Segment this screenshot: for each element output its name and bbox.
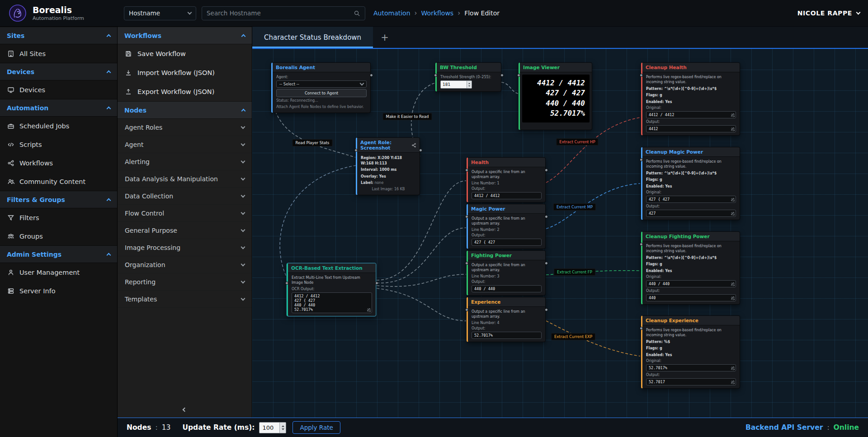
node-image-viewer[interactable]: Image Viewer 4412 / 4412 427 / 427 440 /…	[519, 62, 592, 130]
input-port[interactable]	[285, 282, 288, 285]
save-workflow-button[interactable]: Save Workflow	[118, 44, 252, 63]
sidebar-item-devices[interactable]: Devices	[0, 80, 117, 99]
output-port[interactable]	[545, 215, 548, 218]
edge-threshold-to-viewer[interactable]	[501, 82, 518, 94]
input-port[interactable]	[465, 262, 468, 265]
output-textarea[interactable]: 52.7017	[646, 378, 736, 385]
sidebar-section-devices[interactable]: Devices	[0, 63, 117, 80]
output-port[interactable]	[545, 262, 548, 265]
input-port[interactable]	[640, 158, 643, 161]
input-port[interactable]	[465, 215, 468, 218]
node-health[interactable]: Health Output a specific line from an up…	[467, 157, 546, 202]
edge-ocr-to-fighting[interactable]	[377, 274, 466, 287]
panel-section-nodes[interactable]: Nodes	[118, 101, 252, 119]
import-workflow-button[interactable]: Import Workflow (JSON)	[118, 63, 252, 82]
output-field[interactable]: 440 / 440	[472, 285, 542, 292]
edge-ocr-to-health[interactable]	[377, 181, 466, 280]
output-port[interactable]	[545, 308, 548, 311]
panel-section-workflows[interactable]: Workflows	[118, 27, 252, 44]
sidebar-section-automation[interactable]: Automation	[0, 99, 117, 117]
export-workflow-button[interactable]: Export Workflow (JSON)	[118, 82, 252, 101]
add-tab-button[interactable]: +	[373, 27, 396, 48]
sidebar-item-workflows[interactable]: Workflows	[0, 154, 117, 172]
output-port[interactable]	[375, 282, 378, 285]
output-port[interactable]	[419, 149, 422, 152]
output-textarea[interactable]: 440	[646, 294, 736, 301]
original-textarea[interactable]: 52.7017%	[646, 364, 736, 371]
output-field[interactable]: 4412 / 4412	[472, 192, 542, 199]
node-category-alerting[interactable]: Alerting	[118, 153, 252, 170]
input-port[interactable]	[517, 74, 520, 77]
share-icon[interactable]	[411, 143, 416, 148]
input-port[interactable]	[640, 74, 643, 77]
output-textarea[interactable]: 427	[646, 210, 736, 217]
sidebar-item-scripts[interactable]: Scripts	[0, 135, 117, 154]
node-agent-role-screenshot[interactable]: Agent Role: Screenshot Region: X:200 Y:4…	[356, 137, 420, 195]
input-port[interactable]	[465, 169, 468, 172]
original-textarea[interactable]: 427 { 427	[646, 196, 736, 203]
node-magic-power[interactable]: Magic Power Output a specific line from …	[467, 204, 546, 249]
output-field[interactable]: 427 { 427	[472, 239, 542, 246]
edge-ocr-to-magic[interactable]	[377, 228, 466, 283]
tab-character-status-breakdown[interactable]: Character Status Breakdown	[252, 27, 373, 48]
search-icon[interactable]	[354, 10, 360, 17]
sidebar-section-sites[interactable]: Sites	[0, 27, 117, 44]
spinner-buttons[interactable]	[279, 423, 286, 433]
node-category-reporting[interactable]: Reporting	[118, 273, 252, 291]
node-fighting-power[interactable]: Fighting Power Output a specific line fr…	[467, 250, 546, 296]
user-menu[interactable]: NICOLE RAPPE	[797, 9, 860, 17]
node-category-general-purpose[interactable]: General Purpose	[118, 222, 252, 239]
node-borealis-agent[interactable]: Borealis Agent Agent: -- Select -- Conne…	[271, 62, 371, 113]
output-field[interactable]: 52.7017%	[472, 332, 542, 339]
node-cleanup-experience[interactable]: Cleanup Experience Performs live regex-b…	[641, 315, 740, 389]
node-experience[interactable]: Experience Output a specific line from a…	[467, 297, 546, 342]
node-category-flow-control[interactable]: Flow Control	[118, 205, 252, 222]
node-category-data-collection[interactable]: Data Collection	[118, 188, 252, 205]
sidebar-item-all-sites[interactable]: All Sites	[0, 44, 117, 63]
node-category-image-processing[interactable]: Image Processing	[118, 239, 252, 256]
search-input[interactable]	[207, 9, 350, 17]
input-port[interactable]	[465, 308, 468, 311]
sidebar-item-user-management[interactable]: User Management	[0, 263, 117, 282]
node-category-organization[interactable]: Organization	[118, 256, 252, 273]
breadcrumb-automation[interactable]: Automation	[373, 9, 410, 17]
node-cleanup-health[interactable]: Cleanup Health Performs live regex-based…	[641, 62, 740, 136]
ocr-output-textarea[interactable]: 4412 / 4412 427 { 427 440 / 440 52.7017%	[292, 292, 372, 313]
sidebar-item-scheduled-jobs[interactable]: Scheduled Jobs	[0, 117, 117, 135]
collapse-panel-button[interactable]	[175, 403, 194, 415]
output-textarea[interactable]: 4412	[646, 125, 736, 132]
input-port[interactable]	[434, 74, 437, 77]
sidebar-item-filters[interactable]: Filters	[0, 208, 117, 227]
hostname-dropdown[interactable]: Hostname	[124, 6, 196, 20]
node-cleanup-fighting-power[interactable]: Cleanup Fighting Power Performs live reg…	[641, 231, 740, 305]
node-category-agent-roles[interactable]: Agent Roles	[118, 119, 252, 136]
sidebar-section-admin-settings[interactable]: Admin Settings	[0, 245, 117, 263]
input-port[interactable]	[640, 243, 643, 246]
node-ocr-text-extraction[interactable]: OCR-Based Text Extraction Extract Multi-…	[287, 263, 376, 316]
breadcrumb-workflows[interactable]: Workflows	[421, 9, 454, 17]
edge-ocr-to-experience[interactable]	[377, 288, 466, 321]
apply-rate-button[interactable]: Apply Rate	[292, 421, 340, 434]
input-port[interactable]	[354, 149, 358, 152]
input-port[interactable]	[640, 327, 643, 330]
sidebar-item-server-info[interactable]: Server Info	[0, 282, 117, 300]
node-cleanup-magic-power[interactable]: Cleanup Magic Power Performs live regex-…	[641, 147, 740, 220]
sidebar-item-groups[interactable]: Groups	[0, 227, 117, 245]
output-port[interactable]	[545, 169, 548, 172]
node-category-templates[interactable]: Templates	[118, 291, 252, 308]
connect-to-agent-button[interactable]: Connect to Agent	[276, 89, 367, 97]
sidebar-section-filters-groups[interactable]: Filters & Groups	[0, 191, 117, 208]
spinner-buttons[interactable]	[467, 81, 472, 88]
node-category-agent[interactable]: Agent	[118, 136, 252, 153]
node-bw-threshold[interactable]: BW Threshold Threshold Strength (0–255):	[435, 62, 501, 92]
node-category-data-analysis[interactable]: Data Analysis & Manipulation	[118, 170, 252, 188]
item-label: Groups	[19, 233, 43, 240]
edge-role-to-ocr[interactable]	[280, 165, 356, 276]
output-port[interactable]	[370, 74, 373, 77]
output-port[interactable]	[500, 74, 504, 77]
flow-canvas[interactable]: Borealis Agent Agent: -- Select -- Conne…	[252, 49, 868, 418]
original-textarea[interactable]: 440 / 440	[646, 280, 736, 287]
original-textarea[interactable]: 4412 / 4412	[646, 111, 736, 118]
agent-select[interactable]: -- Select --	[276, 80, 367, 88]
sidebar-item-community-content[interactable]: Community Content	[0, 172, 117, 191]
